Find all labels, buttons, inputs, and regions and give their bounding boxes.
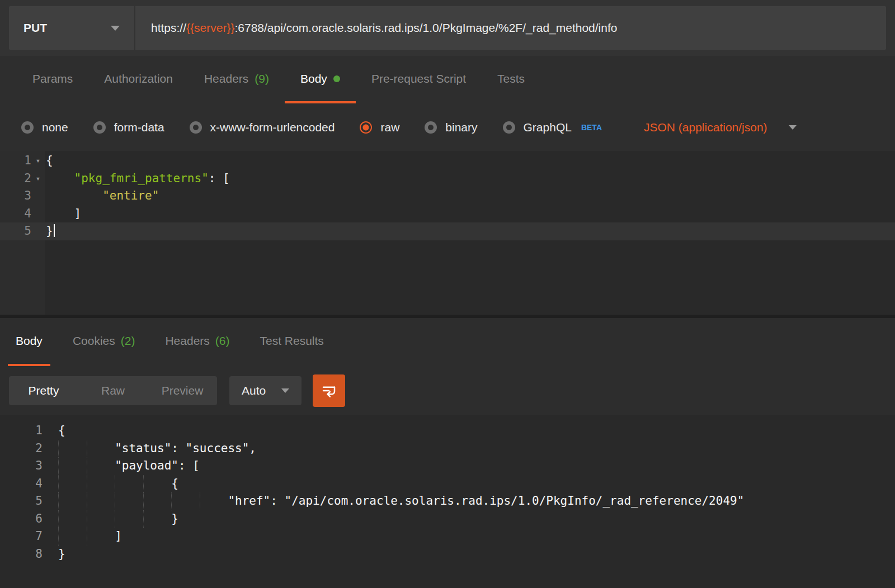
radio-icon bbox=[425, 121, 437, 134]
indent-guide bbox=[115, 492, 143, 510]
line-number: 4 bbox=[0, 475, 43, 493]
code-text: ] bbox=[115, 528, 122, 546]
code-text: "payload": [ bbox=[115, 457, 200, 475]
url-variable: {{server}} bbox=[186, 21, 234, 35]
fold-spacer bbox=[31, 187, 45, 205]
tab-label: Body bbox=[300, 72, 327, 86]
radio-icon bbox=[93, 121, 106, 134]
body-mode-urlencoded[interactable]: x-www-form-urlencoded bbox=[190, 121, 335, 134]
code-text: "href": "/api/com.oracle.solaris.rad.ips… bbox=[228, 492, 744, 510]
indent-guide bbox=[58, 440, 87, 458]
indent-guide bbox=[143, 475, 172, 493]
code-text: } bbox=[45, 222, 55, 240]
body-mode-binary[interactable]: binary bbox=[425, 121, 477, 134]
postman-app: PUT https://{{server}}:6788/api/com.orac… bbox=[0, 0, 895, 588]
method-dropdown[interactable]: PUT bbox=[9, 6, 135, 50]
code-line[interactable]: 5} bbox=[0, 222, 895, 240]
tab-body[interactable]: Body bbox=[285, 56, 356, 103]
fold-toggle-icon[interactable]: ▾ bbox=[31, 152, 45, 170]
mode-label: form-data bbox=[114, 121, 164, 134]
fold-spacer bbox=[31, 222, 45, 240]
chevron-down-icon bbox=[281, 388, 289, 393]
request-editor[interactable]: 1▾{2▾ "pkg_fmri_patterns": [3 "entire"4 … bbox=[0, 151, 895, 315]
preview-button[interactable]: Preview bbox=[148, 376, 217, 405]
indent-guide bbox=[171, 492, 200, 510]
tab-tests[interactable]: Tests bbox=[482, 56, 540, 103]
line-number: 2 bbox=[0, 440, 43, 458]
code-line[interactable]: 3 "entire" bbox=[0, 187, 895, 205]
graphql-beta-badge: BETA bbox=[581, 123, 602, 132]
method-label: PUT bbox=[23, 21, 47, 35]
body-mode-graphql[interactable]: GraphQL BETA bbox=[503, 121, 602, 134]
response-toolbar: Pretty Raw Preview Auto bbox=[0, 366, 895, 415]
response-tab-body[interactable]: Body bbox=[8, 318, 50, 366]
code-line[interactable]: 2▾ "pkg_fmri_patterns": [ bbox=[0, 170, 895, 188]
indent-guide bbox=[115, 475, 143, 493]
cookies-count: (2) bbox=[121, 334, 135, 348]
response-tab-cookies[interactable]: Cookies (2) bbox=[65, 318, 143, 366]
response-line: 8} bbox=[0, 546, 895, 563]
body-mode-none[interactable]: none bbox=[21, 121, 68, 134]
indent-guide bbox=[87, 457, 115, 475]
indent-guide bbox=[58, 475, 87, 493]
tab-label: Tests bbox=[497, 72, 525, 86]
body-mode-row: none form-data x-www-form-urlencoded raw… bbox=[0, 103, 895, 151]
url-prefix: https:// bbox=[151, 21, 186, 35]
indent-guide bbox=[143, 492, 172, 510]
tab-label: Authorization bbox=[104, 72, 173, 86]
tab-label: Test Results bbox=[260, 334, 323, 348]
response-line: 7] bbox=[0, 528, 895, 546]
indent-guide bbox=[115, 510, 143, 528]
mode-label: x-www-form-urlencoded bbox=[210, 121, 335, 134]
line-number: 7 bbox=[0, 528, 43, 546]
code-line[interactable]: 1▾{ bbox=[0, 152, 895, 170]
chevron-down-icon bbox=[789, 125, 797, 130]
view-mode-group: Pretty Raw Preview bbox=[9, 376, 217, 405]
tab-label: Headers bbox=[204, 72, 248, 86]
fold-toggle-icon[interactable]: ▾ bbox=[31, 170, 45, 188]
indent-guide bbox=[200, 492, 228, 510]
code-text: { bbox=[45, 152, 53, 170]
response-line: 1{ bbox=[0, 422, 895, 440]
line-number: 8 bbox=[0, 546, 43, 563]
line-number: 1 bbox=[0, 422, 43, 440]
mode-label: GraphQL bbox=[524, 121, 572, 134]
response-line: 2"status": "success", bbox=[0, 440, 895, 458]
tab-authorization[interactable]: Authorization bbox=[88, 56, 189, 103]
line-number: 4 bbox=[0, 205, 31, 223]
indent-guide bbox=[87, 510, 115, 528]
content-type-label: JSON (application/json) bbox=[644, 121, 767, 134]
line-number: 6 bbox=[0, 510, 43, 528]
response-tab-test-results[interactable]: Test Results bbox=[252, 318, 331, 366]
code-text: "pkg_fmri_patterns": [ bbox=[45, 170, 230, 188]
format-label: Auto bbox=[242, 384, 266, 397]
indent-guide bbox=[87, 492, 115, 510]
tab-params[interactable]: Params bbox=[17, 56, 88, 103]
code-text: } bbox=[171, 510, 178, 528]
tab-pre-request-script[interactable]: Pre-request Script bbox=[356, 56, 482, 103]
body-mode-form-data[interactable]: form-data bbox=[93, 121, 164, 134]
radio-icon bbox=[21, 121, 34, 134]
format-dropdown[interactable]: Auto bbox=[229, 376, 302, 405]
indent-guide bbox=[87, 528, 115, 546]
raw-button[interactable]: Raw bbox=[78, 376, 148, 405]
radio-selected-icon bbox=[360, 121, 372, 134]
response-tab-headers[interactable]: Headers (6) bbox=[157, 318, 237, 366]
url-input[interactable]: https://{{server}}:6788/api/com.oracle.s… bbox=[135, 6, 886, 50]
indent-guide bbox=[143, 510, 172, 528]
response-editor[interactable]: 1{2"status": "success",3"payload": [4{5"… bbox=[0, 415, 895, 588]
wrap-text-button[interactable] bbox=[313, 374, 345, 407]
headers-count: (6) bbox=[215, 334, 230, 348]
radio-icon bbox=[190, 121, 202, 134]
pretty-button[interactable]: Pretty bbox=[9, 376, 78, 405]
code-line[interactable]: 4 ] bbox=[0, 205, 895, 223]
indent-guide bbox=[87, 440, 115, 458]
response-line: 6} bbox=[0, 510, 895, 528]
code-text: "entire" bbox=[45, 187, 159, 205]
code-text: { bbox=[58, 422, 65, 440]
tab-headers[interactable]: Headers (9) bbox=[189, 56, 285, 103]
indent-guide bbox=[58, 457, 87, 475]
response-section: Body Cookies (2) Headers (6) Test Result… bbox=[0, 315, 895, 588]
content-type-dropdown[interactable]: JSON (application/json) bbox=[644, 121, 797, 134]
body-mode-raw[interactable]: raw bbox=[360, 121, 399, 134]
